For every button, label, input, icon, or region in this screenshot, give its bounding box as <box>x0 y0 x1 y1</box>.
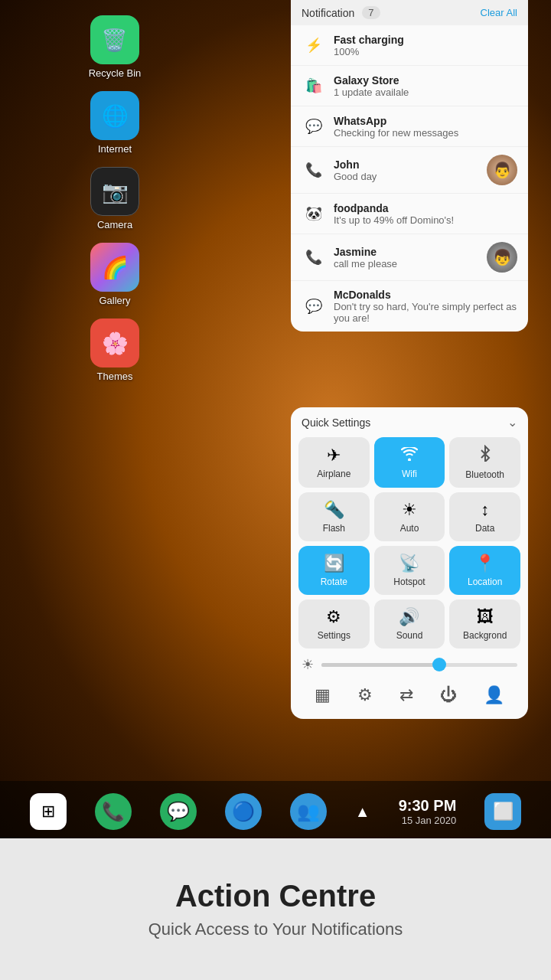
power-icon[interactable]: ⏻ <box>440 685 457 705</box>
notification-galaxy-store[interactable]: 🛍️ Galaxy Store 1 update availale <box>291 66 528 106</box>
sound-icon: 🔊 <box>399 607 419 627</box>
notification-header: Notification 7 Clear All <box>291 0 528 25</box>
tile-auto-label: Auto <box>400 523 419 534</box>
user-icon[interactable]: 👤 <box>484 685 504 705</box>
tile-bluetooth[interactable]: Bluetooth <box>449 437 520 488</box>
dock-find-my-mobile[interactable]: 🔵 <box>225 793 262 830</box>
notif-title-mcdonalds: McDonalds <box>334 289 517 301</box>
wifi-icon <box>401 446 418 466</box>
app-gallery[interactable]: 🌈 Gallery <box>90 243 139 306</box>
app-recycle-bin[interactable]: 🗑️ Recycle Bin <box>89 15 142 79</box>
notif-desc-whatsapp: Checking for new messages <box>334 127 517 139</box>
app-camera[interactable]: 📷 Camera <box>90 167 139 230</box>
jasmine-call-icon: 📞 <box>302 245 326 270</box>
tile-wifi-label: Wifi <box>402 469 417 479</box>
main-heading: Action Centre <box>175 879 376 913</box>
dock-messages[interactable]: 💬 <box>160 793 197 830</box>
bluetooth-icon <box>478 445 492 466</box>
notification-jasmine[interactable]: 📞 Jasmine call me please 👦 <box>291 234 528 281</box>
john-call-icon: 📞 <box>302 158 326 182</box>
brightness-slider[interactable] <box>321 663 517 667</box>
bottom-section: Action Centre Quick Access to Your Notif… <box>0 838 551 980</box>
tile-rotate[interactable]: 🔄 Rotate <box>298 546 370 595</box>
date: 15 Jan 2020 <box>399 815 457 826</box>
tile-data-label: Data <box>475 523 494 534</box>
system-dock: ⊞ 📞 💬 🔵 👥 ▲ 9:30 PM 15 Jan 2020 ⬜ <box>0 781 551 842</box>
notif-desc-jasmine: call me please <box>334 258 479 270</box>
notification-count: 7 <box>362 6 380 19</box>
app-internet[interactable]: 🌐 Internet <box>90 91 139 155</box>
notif-title-galaxy: Galaxy Store <box>334 74 517 87</box>
airplane-icon: ✈ <box>327 446 341 466</box>
tile-data[interactable]: ↕ Data <box>449 492 520 541</box>
notif-title-foodpanda: foodpanda <box>334 202 517 214</box>
tile-auto[interactable]: ☀ Auto <box>374 492 445 541</box>
dock-time-display: 9:30 PM 15 Jan 2020 <box>399 797 457 826</box>
notification-foodpanda[interactable]: 🐼 foodpanda It's up to 49% off Domino's! <box>291 194 528 234</box>
notif-title-fast-charging: Fast charging <box>334 34 517 46</box>
notif-desc-mcdonalds: Don't try so hard, You're simply perfect… <box>334 301 517 324</box>
brightness-sun-icon: ☀ <box>302 656 314 673</box>
notif-desc-john: Good day <box>334 171 479 182</box>
tile-sound[interactable]: 🔊 Sound <box>374 599 445 648</box>
time: 9:30 PM <box>399 797 457 815</box>
dock-contacts[interactable]: 👥 <box>290 793 327 830</box>
brightness-row: ☀ <box>291 648 528 676</box>
collapse-icon[interactable]: ⌄ <box>507 415 517 430</box>
app-themes[interactable]: 🌸 Themes <box>90 318 139 382</box>
screenshots-icon[interactable]: ▦ <box>315 685 331 705</box>
tile-flash-label: Flash <box>323 523 345 534</box>
tile-airplane-label: Airplane <box>317 469 350 479</box>
data-icon: ↕ <box>481 500 489 520</box>
app-icons-column: 🗑️ Recycle Bin 🌐 Internet 📷 Camera 🌈 Gal… <box>69 15 161 382</box>
expand-icon: ▲ <box>355 803 370 821</box>
tile-background[interactable]: 🖼 Backgrond <box>449 599 520 648</box>
tile-sound-label: Sound <box>396 630 423 641</box>
location-icon: 📍 <box>474 554 495 573</box>
foodpanda-icon: 🐼 <box>302 201 326 226</box>
notif-title-whatsapp: WhatsApp <box>334 115 517 127</box>
flash-icon: 🔦 <box>324 500 344 520</box>
dock-expand-arrow[interactable]: ▲ <box>355 803 370 821</box>
mcdonalds-icon: 💬 <box>302 294 326 318</box>
clear-all-button[interactable]: Clear All <box>481 7 517 18</box>
tile-hotspot-label: Hotspot <box>393 577 425 587</box>
quick-settings-title: Quick Settings <box>302 416 370 429</box>
tile-airplane[interactable]: ✈ Airplane <box>298 437 370 488</box>
settings-gear-icon[interactable]: ⚙ <box>357 685 373 705</box>
avatar-jasmine: 👦 <box>487 242 517 273</box>
brightness-fill <box>321 663 439 667</box>
phone-screen: 🗑️ Recycle Bin 🌐 Internet 📷 Camera 🌈 Gal… <box>0 0 551 842</box>
tile-settings-label: Settings <box>318 630 350 641</box>
notification-title: Notification <box>302 7 354 19</box>
dock-phone[interactable]: 📞 <box>95 793 132 830</box>
dock-samsung-apps[interactable]: ⊞ <box>30 793 67 830</box>
tile-flash[interactable]: 🔦 Flash <box>298 492 370 541</box>
notification-whatsapp[interactable]: 💬 WhatsApp Checking for new messages <box>291 106 528 147</box>
notification-fast-charging[interactable]: ⚡ Fast charging 100% <box>291 25 528 66</box>
sub-heading: Quick Access to Your Notifications <box>148 920 403 939</box>
notification-panel: Notification 7 Clear All ⚡ Fast charging… <box>291 0 528 332</box>
share-icon[interactable]: ⇄ <box>399 685 413 705</box>
notification-mcdonalds[interactable]: 💬 McDonalds Don't try so hard, You're si… <box>291 281 528 332</box>
tile-hotspot[interactable]: 📡 Hotspot <box>374 546 445 595</box>
dock-recent-apps[interactable]: ⬜ <box>484 793 521 830</box>
whatsapp-icon: 💬 <box>302 114 326 139</box>
tile-location[interactable]: 📍 Location <box>449 546 520 595</box>
quick-settings-header: Quick Settings ⌄ <box>291 407 528 437</box>
notif-title-jasmine: Jasmine <box>334 246 479 258</box>
quick-settings-panel: Quick Settings ⌄ ✈ Airplane Wifi <box>291 407 528 719</box>
tile-wifi[interactable]: Wifi <box>374 437 445 488</box>
notif-desc-fast-charging: 100% <box>334 46 517 57</box>
quick-settings-bottom-icons: ▦ ⚙ ⇄ ⏻ 👤 <box>291 676 528 707</box>
notification-john[interactable]: 📞 John Good day 👨 <box>291 147 528 194</box>
brightness-thumb[interactable] <box>432 658 446 671</box>
avatar-john: 👨 <box>487 155 517 185</box>
notif-desc-galaxy: 1 update availale <box>334 87 517 98</box>
settings-icon: ⚙ <box>326 607 341 627</box>
notif-desc-foodpanda: It's up to 49% off Domino's! <box>334 214 517 226</box>
quick-settings-grid: ✈ Airplane Wifi <box>291 437 528 648</box>
tile-settings[interactable]: ⚙ Settings <box>298 599 370 648</box>
auto-icon: ☀ <box>402 500 417 520</box>
galaxy-store-icon: 🛍️ <box>302 74 326 98</box>
